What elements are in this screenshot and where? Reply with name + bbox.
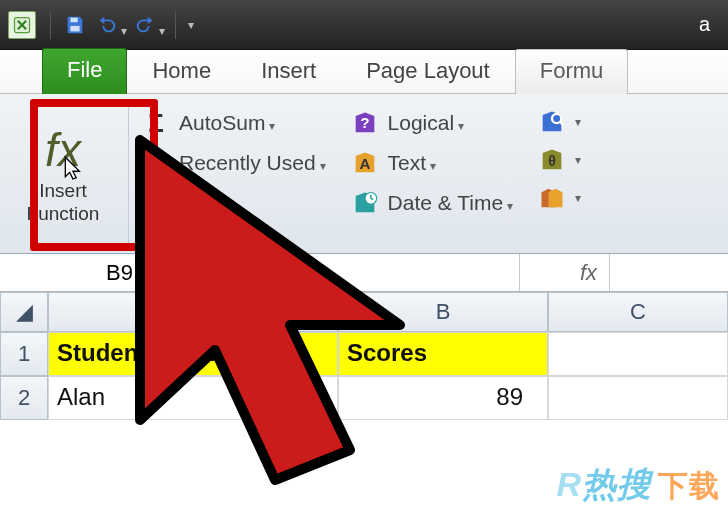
svg-text:?: ? [360,114,369,131]
insert-function-label-2: Function [27,204,100,225]
fx-label: fx [580,260,597,286]
text-button[interactable]: A Text [346,146,518,180]
cell-b1[interactable]: Scores [338,332,548,376]
more-functions-icon [537,184,567,212]
redo-icon [134,14,156,36]
undo-dropdown[interactable]: ▾ [121,24,127,38]
financial-icon [141,188,171,218]
math-button[interactable]: θ ▾ [533,144,585,176]
tab-insert[interactable]: Insert [236,49,341,94]
row-header-1[interactable]: 1 [0,332,48,376]
undo-icon [96,14,118,36]
insert-function-label-1: Insert [39,181,87,202]
logical-button[interactable]: ? Logical [346,106,518,140]
name-box[interactable]: B9 ▾ [0,254,240,291]
col-header-b[interactable]: B [338,292,548,332]
redo-button[interactable] [129,10,161,40]
ribbon-tabs: File Home Insert Page Layout Formu [0,50,728,94]
group-lib-col-3: ▾ θ ▾ ▾ [525,100,593,247]
svg-text:A: A [359,155,370,172]
fx-icon: fx [45,123,81,179]
watermark: R热搜下载 [556,462,720,508]
window-title: a [198,13,720,36]
svg-text:θ: θ [548,153,556,169]
tab-file[interactable]: File [42,48,127,94]
logical-label: Logical [388,111,465,135]
col-header-a[interactable]: A [48,292,338,332]
formula-input[interactable] [610,254,728,291]
formula-bar: B9 ▾ fx [0,254,728,292]
watermark-r: R [556,465,582,503]
autosum-label: AutoSum [179,111,275,135]
cell-c1[interactable] [548,332,728,376]
svg-rect-1 [70,17,77,22]
redo-dropdown[interactable]: ▾ [159,24,165,38]
more-functions-button[interactable]: ▾ [533,182,585,214]
formula-bar-spacer [240,254,520,291]
save-button[interactable] [59,10,91,40]
name-box-dropdown-icon: ▾ [225,266,231,280]
watermark-cn: 下载 [658,469,720,502]
excel-icon [12,15,32,35]
text-icon: A [350,148,380,178]
tab-home[interactable]: Home [127,49,236,94]
excel-app-icon[interactable] [8,11,36,39]
undo-button[interactable] [91,10,123,40]
qat-separator-2 [175,11,176,39]
name-box-value: B9 [106,260,133,286]
date-time-icon [350,188,380,218]
autosum-button[interactable]: Σ AutoSum [137,106,330,140]
row-header-2[interactable]: 2 [0,376,48,420]
tab-formulas[interactable]: Formu [515,49,629,94]
title-bar: ▾ ▾ ▾ a [0,0,728,50]
recently-used-button[interactable]: Recently Used [137,146,330,180]
col-header-c[interactable]: C [548,292,728,332]
recently-used-icon [141,148,171,178]
worksheet-grid: ◢ A B C 1 Student Name Scores 2 Alan 89 [0,292,728,420]
date-time-label: Date & Time [388,191,514,215]
svg-rect-2 [70,25,79,30]
ribbon: fx Insert Function Σ AutoSum Recently Us… [0,94,728,254]
save-icon [64,14,86,36]
qat-separator [50,11,51,39]
lookup-button[interactable]: ▾ [533,106,585,138]
customize-qat[interactable]: ▾ [188,18,194,32]
cell-a1[interactable]: Student Name [48,332,338,376]
date-time-button[interactable]: Date & Time [346,186,518,220]
logical-icon: ? [350,108,380,138]
cell-b2[interactable]: 89 [338,376,548,420]
select-all-corner[interactable]: ◢ [0,292,48,332]
financial-button[interactable] [137,186,330,220]
fx-button[interactable]: fx [520,254,610,291]
group-lib-col-2: ? Logical A Text Date & Time [338,100,526,247]
lookup-icon [537,108,567,136]
sigma-icon: Σ [141,108,171,138]
text-label: Text [388,151,437,175]
group-lib-col-1: Σ AutoSum Recently Used [129,100,338,247]
math-icon: θ [537,146,567,174]
mouse-cursor-icon [61,155,87,181]
insert-function-button[interactable]: fx Insert Function [8,117,118,231]
watermark-text: 热搜 [582,465,652,503]
cell-c2[interactable] [548,376,728,420]
recently-used-label: Recently Used [179,151,326,175]
group-function-library: fx Insert Function [6,100,129,247]
tab-page-layout[interactable]: Page Layout [341,49,515,94]
cell-a2[interactable]: Alan [48,376,338,420]
